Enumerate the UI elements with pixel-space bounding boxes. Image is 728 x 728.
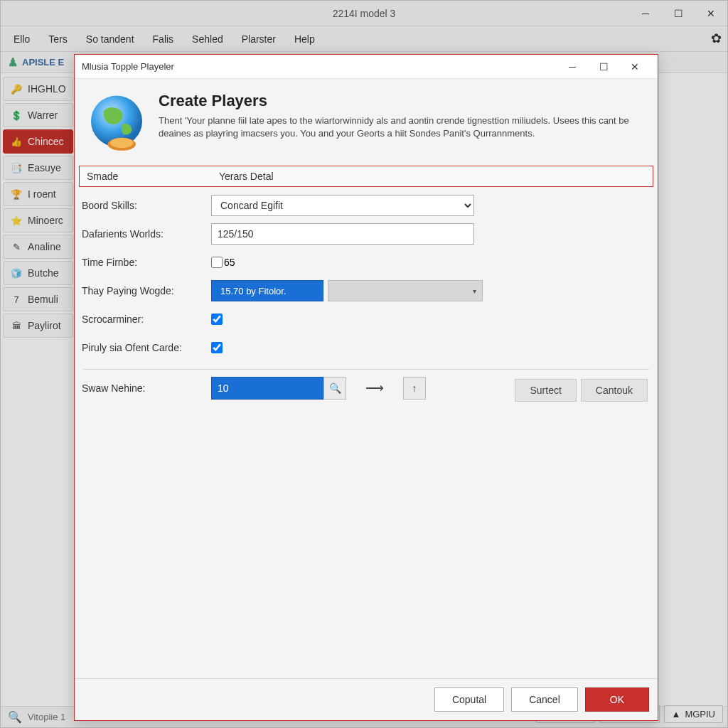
dialog-close-button[interactable]: ✕ bbox=[619, 55, 651, 78]
magnifier-icon: 🔍 bbox=[329, 382, 341, 394]
button-cancel[interactable]: Cancel bbox=[511, 687, 578, 712]
button-ok[interactable]: OK bbox=[585, 687, 649, 712]
globe-icon bbox=[85, 92, 149, 156]
label-board-skills: Boord Skills: bbox=[79, 200, 211, 211]
input-swaw-nehine[interactable] bbox=[211, 377, 323, 400]
input-dafarients-worlds[interactable] bbox=[211, 223, 474, 245]
button-thay-paying-label: 15.70 by Fitolor. bbox=[220, 286, 287, 296]
divider bbox=[83, 369, 649, 370]
dialog-titlebar[interactable]: Mlusia Topple Playeler ─ ☐ ✕ bbox=[75, 55, 658, 79]
mid-actions: Surtect Cantouk bbox=[515, 379, 648, 402]
chevron-up-icon: ↑ bbox=[412, 382, 417, 394]
row-dafarients-worlds: Dafarients Worlds: bbox=[79, 220, 653, 248]
row-scrocarminer: Scrocarminer: bbox=[79, 305, 653, 333]
create-players-dialog: Mlusia Topple Playeler ─ ☐ ✕ bbox=[74, 54, 658, 721]
dialog-maximize-button[interactable]: ☐ bbox=[588, 55, 619, 78]
row-time-firmbe: Time Firnbe: 65 bbox=[79, 248, 653, 277]
dialog-title: Mlusia Topple Playeler bbox=[82, 61, 557, 72]
checkbox-time-firmbe[interactable] bbox=[211, 257, 223, 268]
checkbox-piruly[interactable] bbox=[211, 342, 223, 353]
dialog-window-controls: ─ ☐ ✕ bbox=[557, 55, 651, 78]
label-time-firmbe: Time Firnbe: bbox=[79, 257, 211, 268]
dialog-footer: Coputal Cancel OK bbox=[75, 678, 658, 720]
button-cantouk[interactable]: Cantouk bbox=[581, 379, 648, 402]
up-button[interactable]: ↑ bbox=[403, 377, 426, 400]
label-dafarients-worlds: Dafarients Worlds: bbox=[79, 228, 211, 240]
dialog-header: Create Players Thent 'Your planne fiil l… bbox=[75, 79, 658, 166]
button-surtect[interactable]: Surtect bbox=[515, 379, 576, 402]
row-board-skills: Boord Skills: Concard Egifit bbox=[79, 191, 653, 220]
search-button[interactable]: 🔍 bbox=[323, 377, 346, 400]
arrow-right-icon: ⟶ bbox=[346, 377, 403, 400]
checkbox-scrocarminer[interactable] bbox=[211, 314, 223, 325]
section-col-smade: Smade bbox=[80, 171, 212, 182]
label-scrocarminer: Scrocarminer: bbox=[79, 314, 211, 325]
dialog-heading: Create Players bbox=[159, 92, 643, 110]
label-thay-paying: Thay Paying Wogde: bbox=[79, 285, 211, 296]
section-col-yerars: Yerars Detal bbox=[212, 171, 281, 182]
row-thay-paying: Thay Paying Wogde: 15.70 by Fitolor. bbox=[79, 277, 653, 305]
button-coputal[interactable]: Coputal bbox=[434, 687, 504, 712]
select-board-skills[interactable]: Concard Egifit bbox=[211, 195, 474, 216]
label-piruly: Piruly sia Ofent Carde: bbox=[79, 342, 211, 353]
row-piruly: Piruly sia Ofent Carde: bbox=[79, 333, 653, 362]
button-thay-paying[interactable]: 15.70 by Fitolor. bbox=[211, 280, 323, 301]
section-header: Smade Yerars Detal bbox=[79, 166, 653, 187]
form-area: Boord Skills: Concard Egifit Dafarients … bbox=[75, 187, 658, 402]
dialog-header-text: Create Players Thent 'Your planne fiil l… bbox=[159, 92, 643, 156]
dialog-minimize-button[interactable]: ─ bbox=[557, 55, 588, 78]
label-swaw-nehine: Swaw Nehine: bbox=[79, 382, 211, 394]
text-time-firmbe: 65 bbox=[224, 257, 235, 268]
svg-point-2 bbox=[110, 138, 133, 148]
combo-thay-paying[interactable] bbox=[328, 280, 483, 301]
dialog-description: Thent 'Your planne fiil late apes to the… bbox=[159, 114, 643, 140]
